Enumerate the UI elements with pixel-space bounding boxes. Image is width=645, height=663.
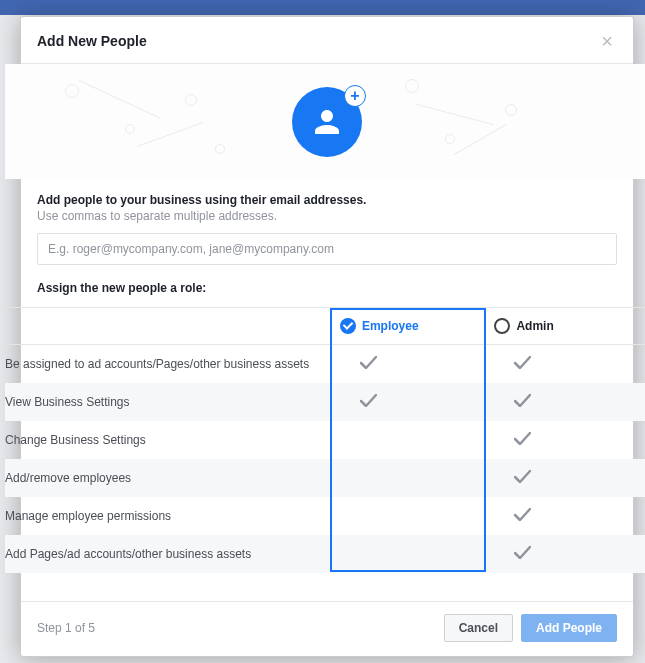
permission-employee-cell (340, 535, 495, 573)
permission-employee-cell (340, 459, 495, 497)
permission-row: Manage employee permissions (5, 497, 645, 535)
radio-checked-icon (340, 318, 356, 334)
check-icon (494, 393, 531, 411)
permission-admin-cell (494, 345, 645, 383)
role-option-admin[interactable]: Admin (494, 308, 645, 344)
modal-header: Add New People × (21, 17, 633, 64)
check-icon (494, 469, 531, 487)
modal-footer: Step 1 of 5 Cancel Add People (21, 601, 633, 656)
add-people-modal: Add New People × + Add people to your bu… (20, 16, 634, 657)
permission-label: Change Business Settings (5, 421, 340, 459)
modal-title: Add New People (37, 33, 147, 49)
email-heading: Add people to your business using their … (37, 193, 617, 207)
permission-label: Add/remove employees (5, 459, 340, 497)
permission-admin-cell (494, 535, 645, 573)
check-icon (494, 507, 531, 525)
check-icon (494, 545, 531, 563)
add-people-button[interactable]: Add People (521, 614, 617, 642)
check-icon (340, 355, 377, 373)
check-icon (340, 393, 377, 411)
role-table: Employee Admin Be assigned to ad account… (5, 307, 645, 573)
email-input[interactable] (37, 233, 617, 265)
close-icon[interactable]: × (597, 31, 617, 51)
plus-icon: + (344, 85, 366, 107)
role-heading: Assign the new people a role: (37, 281, 617, 295)
permission-admin-cell (494, 383, 645, 421)
role-employee-label: Employee (362, 319, 419, 333)
hero-illustration: + (5, 64, 645, 179)
permission-row: View Business Settings (5, 383, 645, 421)
permission-admin-cell (494, 459, 645, 497)
permission-admin-cell (494, 421, 645, 459)
permission-admin-cell (494, 497, 645, 535)
permission-employee-cell (340, 497, 495, 535)
permission-row: Add Pages/ad accounts/other business ass… (5, 535, 645, 573)
role-option-employee[interactable]: Employee (340, 308, 495, 344)
check-icon (494, 355, 531, 373)
role-admin-label: Admin (516, 319, 553, 333)
permission-label: Be assigned to ad accounts/Pages/other b… (5, 345, 340, 383)
email-subtext: Use commas to separate multiple addresse… (37, 209, 617, 223)
permission-employee-cell (340, 421, 495, 459)
permission-label: Manage employee permissions (5, 497, 340, 535)
permission-employee-cell (340, 345, 495, 383)
permission-employee-cell (340, 383, 495, 421)
permission-row: Be assigned to ad accounts/Pages/other b… (5, 345, 645, 383)
step-indicator: Step 1 of 5 (37, 621, 436, 635)
permission-label: Add Pages/ad accounts/other business ass… (5, 535, 340, 573)
permission-label: View Business Settings (5, 383, 340, 421)
check-icon (494, 431, 531, 449)
permission-row: Change Business Settings (5, 421, 645, 459)
radio-unchecked-icon (494, 318, 510, 334)
permission-row: Add/remove employees (5, 459, 645, 497)
person-icon: + (292, 87, 362, 157)
cancel-button[interactable]: Cancel (444, 614, 513, 642)
